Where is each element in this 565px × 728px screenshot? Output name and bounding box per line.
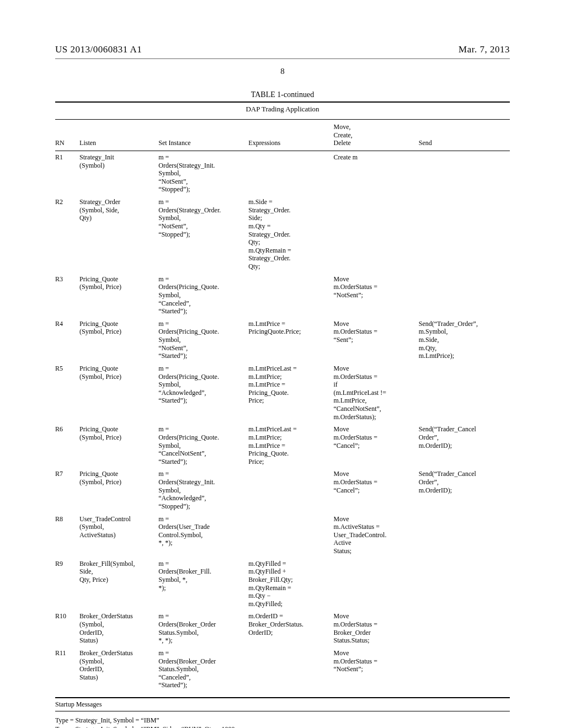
cell-rn: R10 bbox=[55, 610, 79, 647]
cell-set: m = Orders(Broker_Fill. Symbol, *, *); bbox=[158, 558, 248, 611]
cell-move: Move m.OrderStatus = Broker_Order Status… bbox=[334, 610, 419, 647]
table-row: R9Broker_Fill(Symbol, Side, Qty, Price)m… bbox=[55, 558, 510, 611]
cell-expr bbox=[248, 151, 333, 196]
cell-send bbox=[419, 647, 510, 692]
table-row: R2Strategy_Order (Symbol, Side, Qty)m = … bbox=[55, 196, 510, 273]
startup-line: Type = Strategy_Init, Symbol = “IBM”, Si… bbox=[55, 725, 510, 728]
table-row: R11Broker_OrderStatus (Symbol, OrderID, … bbox=[55, 647, 510, 692]
cell-set: m = Orders(User_Trade Control.Symbol, *,… bbox=[158, 513, 248, 558]
col-send: Send bbox=[419, 120, 510, 151]
cell-listen: Pricing_Quote (Symbol, Price) bbox=[79, 468, 158, 512]
table-row: R7Pricing_Quote (Symbol, Price)m = Order… bbox=[55, 468, 510, 512]
cell-expr: m.LmtPrice = PricingQuote.Price; bbox=[248, 318, 333, 362]
table-row: R6Pricing_Quote (Symbol, Price)m = Order… bbox=[55, 423, 510, 468]
col-set: Set Instance bbox=[158, 120, 248, 151]
cell-rn: R9 bbox=[55, 558, 79, 611]
cell-expr: m.QtyFilled = m.QtyFilled + Broker_Fill.… bbox=[248, 558, 333, 611]
cell-set: m = Orders(Strategy_Init. Symbol, “NotSe… bbox=[158, 151, 248, 196]
col-move: Move, Create, Delete bbox=[334, 120, 419, 151]
cell-move: Move m.OrderStatus = “Sent”; bbox=[334, 318, 419, 362]
cell-send: Send(“Trader_Cancel Order”, m.OrderID); bbox=[419, 423, 510, 468]
cell-expr: m.Side = Strategy_Order. Side; m.Qty = S… bbox=[248, 196, 333, 273]
cell-expr bbox=[248, 513, 333, 558]
cell-send bbox=[419, 273, 510, 318]
cell-rn: R6 bbox=[55, 423, 79, 468]
cell-expr bbox=[248, 647, 333, 692]
cell-rn: R2 bbox=[55, 196, 79, 273]
cell-rn: R5 bbox=[55, 362, 79, 423]
cell-listen: Pricing_Quote (Symbol, Price) bbox=[79, 318, 158, 362]
cell-rn: R4 bbox=[55, 318, 79, 362]
table-header-row: RN Listen Set Instance Expressions Move,… bbox=[55, 120, 510, 151]
table-row: R5Pricing_Quote (Symbol, Price)m = Order… bbox=[55, 362, 510, 423]
cell-listen: Strategy_Init (Symbol) bbox=[79, 151, 158, 196]
cell-move: Create m bbox=[334, 151, 419, 196]
cell-send bbox=[419, 610, 510, 647]
cell-send: Send(“Trader_Order”, m.Symbol, m.Side, m… bbox=[419, 318, 510, 362]
cell-move bbox=[334, 558, 419, 611]
cell-set: m = Orders(Broker_Order Status.Symbol, “… bbox=[158, 647, 248, 692]
table-title-box: DAP Trading Application bbox=[55, 101, 510, 120]
table-row: R3Pricing_Quote (Symbol, Price)m = Order… bbox=[55, 273, 510, 318]
table-row: R10Broker_OrderStatus (Symbol, OrderID, … bbox=[55, 610, 510, 647]
cell-move bbox=[334, 196, 419, 273]
startup-heading: Startup Messages bbox=[55, 697, 510, 711]
table-caption: TABLE 1-continued bbox=[55, 90, 510, 99]
table-row: R1Strategy_Init (Symbol)m = Orders(Strat… bbox=[55, 151, 510, 196]
cell-expr bbox=[248, 468, 333, 512]
table-row: R8User_TradeControl (Symbol, ActiveStatu… bbox=[55, 513, 510, 558]
cell-send bbox=[419, 362, 510, 423]
cell-send bbox=[419, 151, 510, 196]
cell-move: Move m.OrderStatus = “NotSent”; bbox=[334, 647, 419, 692]
cell-set: m = Orders(Broker_Order Status.Symbol, *… bbox=[158, 610, 248, 647]
startup-block: Type = Strategy_Init, Symbol = “IBM”Type… bbox=[55, 711, 510, 728]
cell-send bbox=[419, 196, 510, 273]
cell-send bbox=[419, 513, 510, 558]
cell-rn: R8 bbox=[55, 513, 79, 558]
cell-listen: Broker_Fill(Symbol, Side, Qty, Price) bbox=[79, 558, 158, 611]
cell-rn: R1 bbox=[55, 151, 79, 196]
cell-move: Move m.OrderStatus = “NotSent”; bbox=[334, 273, 419, 318]
cell-expr: m.LmtPriceLast = m.LmtPrice; m.LmtPrice … bbox=[248, 423, 333, 468]
publication-date: Mar. 7, 2013 bbox=[459, 44, 510, 55]
cell-listen: Pricing_Quote (Symbol, Price) bbox=[79, 362, 158, 423]
cell-rn: R7 bbox=[55, 468, 79, 512]
rules-table: RN Listen Set Instance Expressions Move,… bbox=[55, 120, 510, 692]
page: US 2013/0060831 A1 Mar. 7, 2013 8 TABLE … bbox=[0, 0, 565, 728]
cell-listen: Pricing_Quote (Symbol, Price) bbox=[79, 423, 158, 468]
col-rn: RN bbox=[55, 120, 79, 151]
cell-listen: Pricing_Quote (Symbol, Price) bbox=[79, 273, 158, 318]
page-number: 8 bbox=[55, 67, 510, 76]
cell-expr: m.LmtPriceLast = m.LmtPrice; m.LmtPrice … bbox=[248, 362, 333, 423]
cell-rn: R3 bbox=[55, 273, 79, 318]
cell-set: m = Orders(Pricing_Quote. Symbol, “NotSe… bbox=[158, 318, 248, 362]
cell-move: Move m.OrderStatus = if (m.LmtPriceLast … bbox=[334, 362, 419, 423]
cell-expr bbox=[248, 273, 333, 318]
cell-send bbox=[419, 558, 510, 611]
cell-set: m = Orders(Strategy_Order. Symbol, “NotS… bbox=[158, 196, 248, 273]
cell-send: Send(“Trader_Cancel Order”, m.OrderID); bbox=[419, 468, 510, 512]
cell-set: m = Orders(Pricing_Quote. Symbol, “Cance… bbox=[158, 423, 248, 468]
cell-listen: User_TradeControl (Symbol, ActiveStatus) bbox=[79, 513, 158, 558]
cell-set: m = Orders(Pricing_Quote. Symbol, “Cance… bbox=[158, 273, 248, 318]
col-listen: Listen bbox=[79, 120, 158, 151]
startup-line: Type = Strategy_Init, Symbol = “IBM” bbox=[55, 716, 510, 725]
cell-set: m = Orders(Pricing_Quote. Symbol, “Ackno… bbox=[158, 362, 248, 423]
cell-expr: m.OrderID = Broker_OrderStatus. OrderID; bbox=[248, 610, 333, 647]
cell-listen: Strategy_Order (Symbol, Side, Qty) bbox=[79, 196, 158, 273]
table-row: R4Pricing_Quote (Symbol, Price)m = Order… bbox=[55, 318, 510, 362]
cell-move: Move m.ActiveStatus = User_TradeControl.… bbox=[334, 513, 419, 558]
cell-set: m = Orders(Strategy_Init. Symbol, “Ackno… bbox=[158, 468, 248, 512]
cell-rn: R11 bbox=[55, 647, 79, 692]
publication-number: US 2013/0060831 A1 bbox=[55, 44, 142, 55]
cell-listen: Broker_OrderStatus (Symbol, OrderID, Sta… bbox=[79, 647, 158, 692]
header-rule bbox=[55, 58, 510, 59]
cell-listen: Broker_OrderStatus (Symbol, OrderID, Sta… bbox=[79, 610, 158, 647]
cell-move: Move m.OrderStatus = “Cancel”; bbox=[334, 468, 419, 512]
table-body: R1Strategy_Init (Symbol)m = Orders(Strat… bbox=[55, 151, 510, 692]
cell-move: Move m.OrderStatus = “Cancel”; bbox=[334, 423, 419, 468]
col-expr: Expressions bbox=[248, 120, 333, 151]
page-header: US 2013/0060831 A1 Mar. 7, 2013 bbox=[55, 44, 510, 55]
table-subtitle: DAP Trading Application bbox=[55, 104, 510, 117]
